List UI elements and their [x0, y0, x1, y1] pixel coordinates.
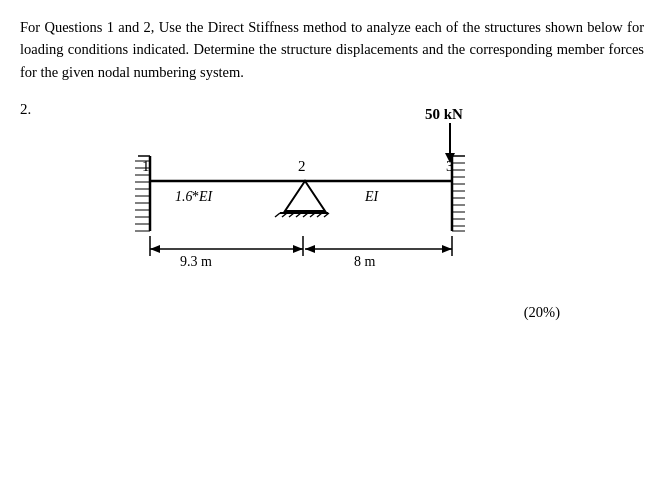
- svg-marker-45: [305, 245, 315, 253]
- ei-left-star: *: [192, 189, 199, 204]
- svg-marker-40: [150, 245, 160, 253]
- intro-text: For Questions 1 and 2, Use the Direct St…: [20, 19, 644, 80]
- force-label: 50 kN: [425, 106, 463, 122]
- node1-label: 1: [142, 158, 150, 174]
- question-2-block: 2. 50 kN 1 2 3: [20, 101, 644, 331]
- intro-paragraph: For Questions 1 and 2, Use the Direct St…: [20, 16, 644, 83]
- svg-line-18: [275, 213, 280, 217]
- ei-left-label: 1.6: [175, 189, 193, 204]
- structure-diagram: 50 kN 1 2 3: [70, 101, 570, 321]
- ei-left-ei: EI: [198, 189, 214, 204]
- dim-right-label: 8 m: [354, 254, 376, 269]
- svg-marker-16: [285, 181, 325, 211]
- ei-right-label: EI: [364, 189, 380, 204]
- question-number: 2.: [20, 101, 31, 118]
- svg-marker-41: [293, 245, 303, 253]
- node2-label: 2: [298, 158, 306, 174]
- page: For Questions 1 and 2, Use the Direct St…: [0, 0, 664, 502]
- diagram-area: 50 kN 1 2 3: [50, 101, 570, 331]
- percent-label: (20%): [524, 304, 560, 321]
- svg-marker-46: [442, 245, 452, 253]
- dim-left-label: 9.3 m: [180, 254, 212, 269]
